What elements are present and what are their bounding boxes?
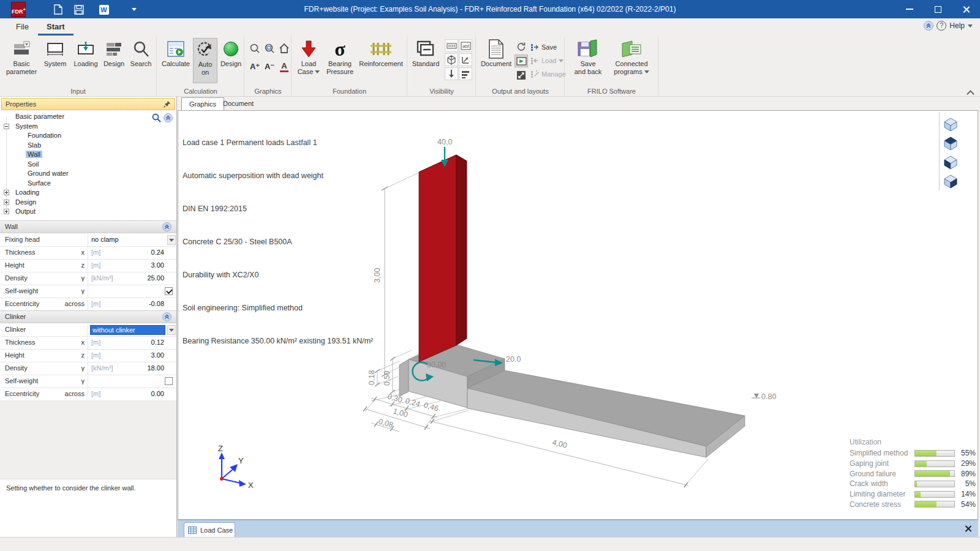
wall-self-weight-checkbox[interactable] (165, 287, 173, 295)
wall-eccentricity-field[interactable]: -0.08 (149, 300, 164, 307)
save-and-back-button[interactable]: Saveand back (570, 38, 606, 76)
font-color-button[interactable]: A (277, 60, 291, 73)
tree-item-output[interactable]: Output (0, 207, 176, 217)
show-dimensions-icon[interactable] (445, 39, 458, 52)
tree-item-loading[interactable]: Loading (0, 188, 176, 198)
basic-parameter-button[interactable]: Basicparameter (4, 38, 39, 76)
view-cube-side-button[interactable] (943, 174, 959, 189)
collapse-expander-icon[interactable] (4, 124, 9, 129)
show-labels-icon[interactable]: abl (459, 39, 472, 52)
system-button[interactable]: System (40, 38, 70, 68)
fixing-head-dropdown[interactable]: no clamp (91, 236, 119, 243)
section-header-clinker[interactable]: Clinker (0, 310, 176, 323)
wall-density-field[interactable]: 25.00 (147, 274, 164, 282)
tree-item-soil[interactable]: Soil (0, 160, 176, 170)
tree-item-surface[interactable]: Surface (0, 179, 176, 189)
view-cube-top-button[interactable] (943, 136, 959, 151)
section-collapse-icon[interactable] (162, 222, 172, 231)
bearing-pressure-button[interactable]: σ BearingPressure (324, 38, 356, 76)
show-axes-icon[interactable] (459, 53, 472, 66)
dropdown-caret-icon[interactable] (167, 325, 176, 335)
load-layout-button[interactable]: Load (530, 54, 566, 67)
load-layout-caret-icon (559, 59, 564, 62)
wall-height-field[interactable]: 3.00 (151, 261, 164, 269)
clinker-eccentricity-field[interactable]: 0.00 (151, 390, 164, 397)
dim-046: 0,46 (423, 400, 439, 413)
tree-item-design[interactable]: Design (0, 198, 176, 208)
utilization-bar (914, 481, 955, 487)
graphics-canvas[interactable]: Load case 1 Permanent loads Lastfall 1 A… (178, 110, 978, 520)
connected-programs-button[interactable]: Connected programs (608, 38, 655, 76)
show-results-icon[interactable] (459, 67, 472, 80)
tree-item-wall[interactable]: Wall (0, 150, 176, 160)
zoom-home-icon[interactable] (277, 42, 291, 54)
tree-item-system[interactable]: System (0, 122, 176, 132)
collapse-ribbon-icon[interactable] (924, 21, 933, 31)
expand-expander-icon[interactable] (4, 209, 9, 214)
ribbon: Basicparameter System Loading Design (0, 37, 980, 97)
help-icon[interactable]: ? (937, 21, 946, 31)
tree-item-ground-water[interactable]: Ground water (0, 169, 176, 179)
clinker-dropdown[interactable]: without clinker (90, 325, 165, 335)
property-row-wall-density: Densityγ [kN/m³]25.00 (0, 272, 176, 285)
calculate-button[interactable]: Calculate (160, 38, 192, 68)
font-smaller-button[interactable]: A⁻ (263, 60, 276, 73)
manage-layout-button[interactable]: Manage (530, 67, 566, 81)
design-ok-indicator-icon (224, 42, 238, 56)
zoom-icon[interactable] (248, 42, 262, 54)
clinker-height-field[interactable]: 3.00 (151, 351, 164, 359)
load-case-button[interactable]: Load Case (295, 38, 323, 76)
expand-expander-icon[interactable] (4, 200, 9, 205)
expand-output-icon[interactable] (514, 69, 528, 81)
group-label-foundation: Foundation (292, 88, 407, 95)
svg-text:abl: abl (462, 43, 469, 49)
tree-item-foundation[interactable]: Foundation (0, 131, 176, 141)
reinforcement-button[interactable]: Reinforcement (356, 38, 406, 68)
font-larger-button[interactable]: A⁺ (248, 60, 262, 73)
clinker-density-field[interactable]: 18.00 (147, 364, 164, 372)
design-input-button[interactable]: Design (100, 38, 127, 68)
clinker-thickness-field[interactable]: 0.12 (151, 339, 164, 346)
dropdown-caret-icon[interactable] (167, 235, 176, 245)
tab-start[interactable]: Start (38, 18, 74, 36)
properties-header: Properties (1, 98, 175, 110)
load-case-tab[interactable]: Load Case (184, 522, 235, 538)
search-button[interactable]: Search (127, 38, 154, 68)
save-and-back-icon (577, 38, 599, 60)
tab-document[interactable]: Document (216, 97, 261, 110)
loading-button[interactable]: Loading (71, 38, 100, 68)
auto-on-toggle[interactable]: Autoon (193, 38, 217, 83)
pin-icon[interactable] (164, 100, 171, 108)
close-button[interactable] (952, 0, 980, 18)
connected-programs-caret-icon (644, 70, 649, 73)
help-caret-icon[interactable] (968, 24, 973, 28)
axis-x-label: X (248, 481, 254, 490)
view-cube-front-button[interactable] (943, 155, 959, 170)
standard-view-button[interactable]: Standard (409, 38, 442, 68)
section-collapse-icon[interactable] (162, 312, 172, 321)
design-status-button[interactable]: Design (219, 38, 243, 68)
load-layout-icon (530, 57, 539, 64)
refresh-output-icon[interactable] (514, 40, 528, 53)
display-output-icon[interactable] (514, 54, 528, 67)
help-label[interactable]: Help (949, 21, 965, 30)
show-loads-icon[interactable] (445, 67, 458, 80)
tree-item-slab[interactable]: Slab (0, 141, 176, 151)
ribbon-collapse-icon[interactable] (968, 89, 974, 94)
wall-thickness-field[interactable]: 0.24 (151, 249, 164, 256)
section-header-wall[interactable]: Wall (0, 220, 176, 233)
save-layout-button[interactable]: Save (530, 40, 566, 54)
tab-file[interactable]: File (7, 18, 37, 36)
zoom-window-icon[interactable] (263, 42, 276, 54)
expand-expander-icon[interactable] (4, 190, 9, 195)
dim-050: 0,50 (383, 371, 391, 386)
minimize-button[interactable] (895, 0, 924, 18)
show-solid-icon[interactable] (445, 53, 458, 66)
ribbon-group-foundation: Load Case σ BearingPressure Reinforcemen… (292, 37, 407, 96)
maximize-button[interactable] (924, 0, 952, 18)
view-cube-iso-button[interactable] (943, 117, 959, 132)
document-button[interactable]: Document (479, 38, 513, 68)
clinker-self-weight-checkbox[interactable] (165, 377, 173, 385)
tree-item-basic-parameter[interactable]: Basic parameter (0, 112, 176, 122)
close-panel-icon[interactable] (964, 525, 972, 533)
